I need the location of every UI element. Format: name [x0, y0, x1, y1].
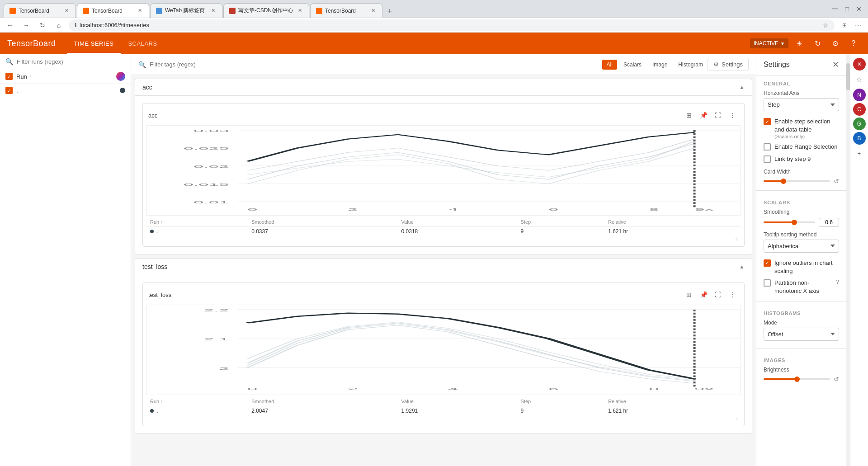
edge-icon-red[interactable]: ✕	[853, 58, 866, 71]
extensions-btn[interactable]: ⊞	[838, 19, 851, 32]
horizontal-axis-select-wrap: Step Relative Wall	[764, 98, 839, 111]
tl-resize-handle[interactable]: ⤡	[146, 415, 741, 422]
svg-text:2.2: 2.2	[204, 308, 229, 312]
url-field[interactable]: ℹ localhost:6006/#timeseries ☆	[69, 19, 835, 31]
browser-tab-1[interactable]: TensorBoard ✕	[4, 3, 76, 18]
tl-run-dot	[150, 409, 154, 413]
scalars-divider	[756, 301, 846, 301]
nav-tab-timeseries[interactable]: TIME SERIES	[67, 33, 121, 54]
section-acc-header[interactable]: acc ▲	[135, 79, 752, 96]
tooltip-select[interactable]: Alphabetical Default Descending Nearest	[764, 240, 839, 253]
back-btn[interactable]: ←	[4, 19, 16, 32]
browser-tab-2[interactable]: TensorBoard ✕	[77, 3, 149, 18]
menu-btn[interactable]: ⋯	[852, 19, 864, 32]
run-checkbox-dot[interactable]: ✓	[5, 87, 13, 94]
acc-chart-table: Run ↑ Smoothed Value Step Relative	[146, 217, 741, 236]
ignore-outliers-checkbox[interactable]: ✓	[764, 259, 771, 267]
tag-image[interactable]: Image	[648, 60, 672, 70]
card-width-slider[interactable]	[764, 180, 830, 182]
horizontal-axis-select[interactable]: Step Relative Wall	[764, 98, 839, 111]
enable-step-checkbox[interactable]: ✓	[764, 118, 771, 125]
forward-btn[interactable]: →	[20, 19, 33, 32]
help-nav-btn[interactable]: ?	[846, 36, 861, 51]
card-width-reset-icon[interactable]: ↺	[834, 178, 839, 185]
brightness-slider-thumb[interactable]	[794, 377, 800, 382]
settings-nav-btn[interactable]: ⚙	[828, 36, 843, 51]
test-loss-pin-icon[interactable]: 📌	[697, 288, 710, 301]
new-tab-button[interactable]: +	[383, 5, 396, 18]
palette-icon[interactable]	[116, 72, 125, 81]
tag-scalars[interactable]: Scalars	[619, 60, 646, 70]
settings-close-btn[interactable]: ✕	[832, 60, 839, 70]
edge-icon-blue[interactable]: B	[853, 132, 866, 145]
smoothing-input[interactable]	[819, 218, 839, 227]
theme-btn[interactable]: ☀	[792, 36, 807, 51]
refresh-btn[interactable]: ↻	[36, 19, 49, 32]
enable-step-row: ✓ Enable step selection and data table (…	[756, 116, 846, 141]
card-width-slider-thumb[interactable]	[781, 179, 786, 184]
nav-tab-scalars[interactable]: SCALARS	[121, 33, 164, 54]
tag-histogram[interactable]: Histogram	[674, 60, 708, 70]
svg-text:2.1: 2.1	[204, 337, 229, 341]
link-by-step-checkbox[interactable]	[764, 155, 771, 163]
url-star[interactable]: ☆	[823, 22, 829, 29]
smoothing-slider-thumb[interactable]	[792, 220, 797, 225]
run-checkbox-all[interactable]: ✓	[5, 73, 13, 80]
test-loss-fullscreen-icon[interactable]: ⛶	[712, 288, 724, 301]
refresh-nav-btn[interactable]: ↻	[810, 36, 825, 51]
dropdown-arrow[interactable]: ▼	[780, 41, 785, 46]
minimize-btn[interactable]: ─	[830, 4, 841, 14]
tab-close-4[interactable]: ✕	[296, 7, 303, 14]
sidebar-search-input[interactable]	[17, 58, 125, 65]
ignore-outliers-row: ✓ Ignore outliers in chart scaling	[756, 257, 846, 277]
maximize-btn[interactable]: □	[843, 5, 852, 13]
tab-favicon-5	[316, 8, 322, 14]
settings-button[interactable]: ⚙ Settings	[708, 58, 749, 71]
histogram-mode-select[interactable]: Offset Overlay	[764, 328, 839, 341]
run-row-dot[interactable]: ✓ .	[0, 84, 131, 97]
browser-tab-5[interactable]: TensorBoard ✕	[310, 3, 382, 18]
edge-icon-purple[interactable]: N	[853, 89, 866, 101]
svg-text:0: 0	[247, 387, 257, 391]
acc-fullscreen-icon[interactable]: ⛶	[712, 109, 724, 122]
acc-pin-icon[interactable]: 📌	[697, 109, 710, 122]
tl-td-relative: 1.621 hr	[604, 406, 741, 416]
test-loss-chart-actions: ⊞ 📌 ⛶ ⋮	[683, 288, 739, 301]
smoothing-slider[interactable]	[764, 221, 815, 223]
acc-expand-icon[interactable]: ⊞	[683, 109, 695, 122]
tag-all[interactable]: All	[602, 60, 617, 70]
edge-icon-plus[interactable]: +	[852, 146, 867, 161]
settings-scroll-track[interactable]	[846, 54, 850, 466]
settings-panel-header: Settings ✕	[756, 54, 846, 75]
tab-close-3[interactable]: ✕	[209, 7, 217, 14]
browser-tab-4[interactable]: 写文章-CSDN创作中心 ✕	[223, 3, 309, 18]
test-loss-menu-icon[interactable]: ⋮	[726, 288, 739, 301]
section-test-loss-header[interactable]: test_loss ▲	[135, 259, 752, 275]
partition-help-icon[interactable]: ?	[836, 279, 839, 285]
close-btn[interactable]: ✕	[854, 5, 864, 13]
svg-text:9x: 9x	[694, 207, 714, 212]
brightness-slider[interactable]	[764, 378, 830, 380]
enable-range-checkbox[interactable]	[764, 143, 771, 151]
edge-icon-c[interactable]: C	[853, 103, 866, 116]
section-test-loss-collapse-icon[interactable]: ▲	[739, 264, 745, 270]
tab-close-1[interactable]: ✕	[63, 7, 70, 14]
browser-tab-3[interactable]: WeTab 新标签页 ✕	[150, 3, 222, 18]
acc-menu-icon[interactable]: ⋮	[726, 109, 739, 122]
search-icon: 🔍	[5, 58, 13, 65]
content-area: 🔍 All Scalars Image Histogram ⚙ Settings…	[131, 54, 756, 466]
test-loss-expand-icon[interactable]: ⊞	[683, 288, 695, 301]
acc-resize-handle[interactable]: ⤡	[146, 236, 741, 243]
filter-input[interactable]	[150, 61, 602, 68]
section-acc-collapse-icon[interactable]: ▲	[739, 84, 745, 90]
tab-close-5[interactable]: ✕	[369, 7, 377, 14]
section-acc: acc ▲ acc ⊞ 📌 ⛶ ⋮	[135, 79, 752, 254]
edge-icon-star[interactable]: ☆	[852, 72, 867, 87]
settings-scroll-thumb[interactable]	[846, 63, 850, 90]
brightness-reset-icon[interactable]: ↺	[834, 376, 839, 383]
partition-checkbox[interactable]	[764, 279, 771, 287]
tab-close-2[interactable]: ✕	[136, 7, 143, 14]
browser-chrome: TensorBoard ✕ TensorBoard ✕ WeTab 新标签页 ✕…	[0, 0, 868, 18]
edge-icon-green[interactable]: G	[853, 118, 866, 130]
home-btn[interactable]: ⌂	[52, 19, 65, 32]
